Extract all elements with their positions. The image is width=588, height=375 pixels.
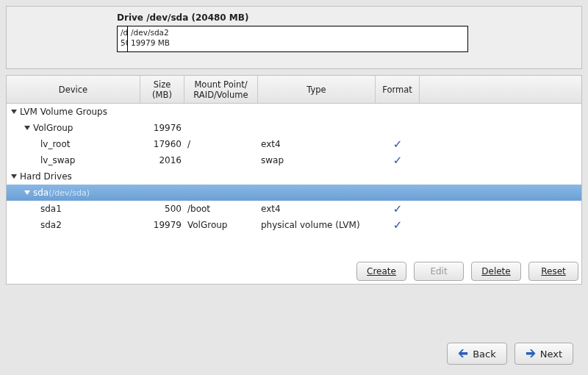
format-cell: ✓ [376, 138, 420, 151]
expander-icon[interactable] [24, 190, 30, 195]
mount-cell: VolGroup [184, 220, 258, 230]
table-row[interactable]: Hard Drives [7, 168, 581, 185]
type-cell: physical volume (LVM) [258, 220, 376, 230]
drive-title: Drive /dev/sda (20480 MB) [117, 12, 468, 23]
device-label: VolGroup [33, 123, 74, 133]
device-label: LVM Volume Groups [20, 107, 107, 117]
device-label: sda1 [40, 204, 62, 214]
drive-usage-bar: /d 50 /dev/sda2 19979 MB [117, 26, 468, 52]
col-device[interactable]: Device [7, 76, 140, 103]
format-cell: ✓ [376, 202, 420, 215]
table-header: Device Size (MB) Mount Point/ RAID/Volum… [7, 76, 581, 104]
partition-buttons: Create Edit Delete Reset [7, 256, 581, 284]
format-cell: ✓ [376, 154, 420, 167]
mount-cell: /boot [184, 204, 258, 214]
type-cell: swap [258, 155, 376, 165]
device-label: Hard Drives [20, 171, 72, 182]
device-label: lv_root [40, 139, 71, 149]
check-icon: ✓ [393, 202, 403, 215]
drive-summary-panel: Drive /dev/sda (20480 MB) /d 50 /dev/sda… [6, 6, 582, 69]
drive-slice-sda1: /d 50 [118, 26, 128, 51]
col-format[interactable]: Format [376, 76, 420, 103]
check-icon: ✓ [393, 154, 403, 167]
back-button[interactable]: 🡰 Back [447, 343, 507, 365]
device-sublabel: (/dev/sda) [49, 188, 90, 198]
expander-icon[interactable] [11, 110, 17, 114]
delete-button[interactable]: Delete [471, 262, 521, 281]
col-mount[interactable]: Mount Point/ RAID/Volume [184, 76, 258, 103]
table-row[interactable]: LVM Volume Groups [7, 104, 581, 120]
type-cell: ext4 [258, 139, 376, 149]
reset-button[interactable]: Reset [528, 262, 578, 281]
size-cell: 17960 [140, 139, 184, 149]
table-row[interactable]: sda219979VolGroupphysical volume (LVM)✓ [7, 217, 581, 233]
expander-icon[interactable] [11, 174, 17, 179]
check-icon: ✓ [393, 218, 403, 232]
table-row[interactable]: lv_root17960/ext4✓ [7, 136, 581, 152]
arrow-right-icon: 🡲 [526, 348, 536, 360]
device-label: sda [33, 188, 49, 198]
table-row[interactable]: VolGroup19976 [7, 120, 581, 136]
drive-slice-sda2: /dev/sda2 19979 MB [128, 26, 467, 51]
partition-table: Device Size (MB) Mount Point/ RAID/Volum… [6, 75, 582, 285]
col-type[interactable]: Type [258, 76, 376, 103]
size-cell: 19979 [140, 220, 184, 230]
next-button[interactable]: 🡲 Next [514, 343, 573, 365]
size-cell: 19976 [140, 123, 184, 133]
create-button[interactable]: Create [356, 262, 406, 281]
format-cell: ✓ [376, 218, 420, 232]
size-cell: 500 [140, 204, 184, 214]
table-row[interactable]: sda1500/bootext4✓ [7, 201, 581, 217]
expander-icon[interactable] [24, 126, 30, 130]
arrow-left-icon: 🡰 [458, 348, 468, 360]
device-label: lv_swap [40, 155, 75, 165]
col-size[interactable]: Size (MB) [140, 76, 184, 103]
nav-buttons: 🡰 Back 🡲 Next [447, 343, 573, 365]
table-body[interactable]: LVM Volume GroupsVolGroup19976lv_root179… [7, 104, 581, 256]
table-row[interactable]: sda (/dev/sda) [7, 185, 581, 201]
table-row[interactable]: lv_swap2016swap✓ [7, 152, 581, 168]
edit-button: Edit [414, 262, 464, 281]
type-cell: ext4 [258, 204, 376, 214]
size-cell: 2016 [140, 155, 184, 165]
mount-cell: / [184, 139, 258, 149]
check-icon: ✓ [393, 138, 403, 151]
device-label: sda2 [40, 220, 62, 230]
